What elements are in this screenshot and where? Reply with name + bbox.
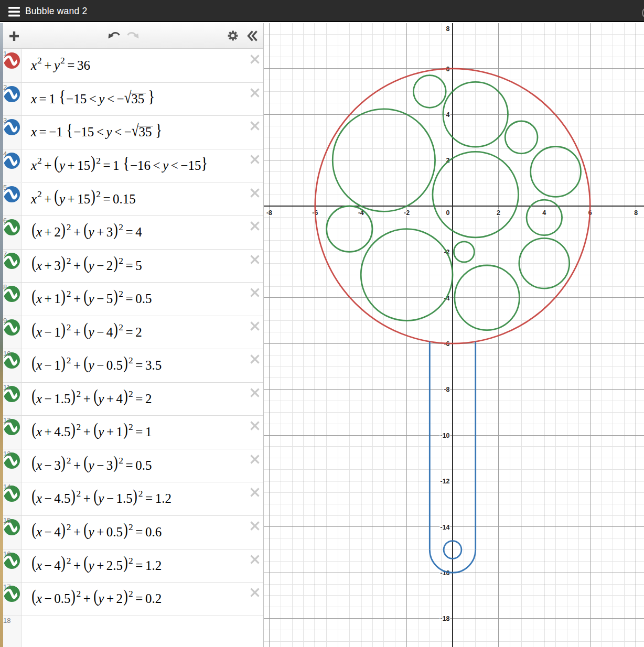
svg-text:-12: -12 [441,478,450,485]
svg-text:8: 8 [634,209,638,217]
svg-text:-14: -14 [441,524,450,531]
svg-text:-8: -8 [444,386,449,393]
svg-text:-18: -18 [441,615,450,622]
svg-text:-10: -10 [441,432,450,439]
svg-text:2: 2 [497,209,500,217]
svg-text:4: 4 [446,111,450,118]
svg-text:4: 4 [542,209,546,217]
svg-text:0: 0 [446,209,450,217]
svg-text:-8: -8 [266,209,272,217]
svg-text:-2: -2 [404,209,410,217]
svg-text:8: 8 [446,25,450,33]
